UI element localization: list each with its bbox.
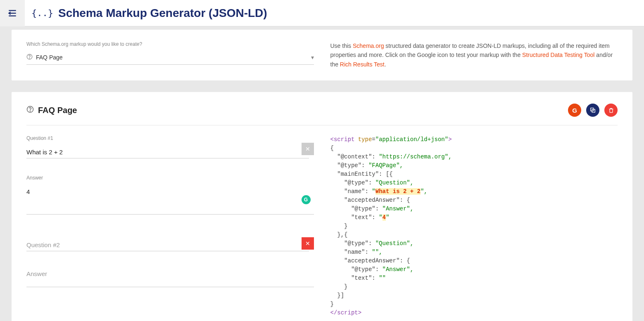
description-text: Use this Schema.org structured data gene… [330,41,618,69]
question-2-input[interactable] [26,239,309,251]
question-circle-icon [26,106,34,115]
copy-button[interactable] [586,104,599,117]
question-2-block: ✕ [26,239,314,251]
close-icon: ✕ [305,240,310,247]
svg-point-6 [30,111,30,111]
question-1-input[interactable] [26,146,309,158]
menu-toggle-button[interactable] [0,0,25,26]
schema-select[interactable]: FAQ Page ▾ [26,52,314,65]
rich-results-link[interactable]: Rich Results Test [340,61,385,68]
page-title: Schema Markup Generator (JSON-LD) [58,7,267,20]
grammarly-icon[interactable]: G [302,195,311,204]
faq-editor-card: FAQ Page G Question #1 [12,92,632,321]
question-circle-icon [26,54,33,61]
delete-button[interactable] [604,104,618,117]
schema-org-link[interactable]: Schema.org [353,42,384,49]
svg-point-4 [29,58,30,58]
select-value: FAQ Page [36,54,308,61]
sdtt-link[interactable]: Structured Data Testing Tool [522,52,594,58]
remove-question-2-button[interactable]: ✕ [302,237,314,250]
select-label: Which Schema.org markup would you like t… [26,41,314,47]
schema-select-card: Which Schema.org markup would you like t… [12,30,632,80]
google-test-button[interactable]: G [568,104,581,117]
code-preview: <script type="application/ld+json"> { "@… [330,135,618,317]
question-1-label: Question #1 [26,135,314,141]
answer-1-block: Answer G [26,175,314,216]
question-1-block: Question #1 ✕ [26,135,314,158]
close-icon: ✕ [305,146,310,152]
answer-2-block [26,268,314,288]
answer-1-input[interactable] [26,186,314,215]
app-header: {..} Schema Markup Generator (JSON-LD) [0,0,644,26]
google-icon: G [572,107,577,114]
answer-2-input[interactable] [26,268,314,287]
answer-1-label: Answer [26,175,314,181]
chevron-down-icon: ▾ [311,54,314,61]
copy-icon [589,107,596,113]
remove-question-1-button[interactable]: ✕ [302,143,314,155]
logo-area: {..} Schema Markup Generator (JSON-LD) [25,7,267,20]
section-title: FAQ Page [26,106,77,115]
trash-icon [608,107,614,113]
logo-icon: {..} [31,8,53,18]
hamburger-collapse-icon [7,8,18,19]
